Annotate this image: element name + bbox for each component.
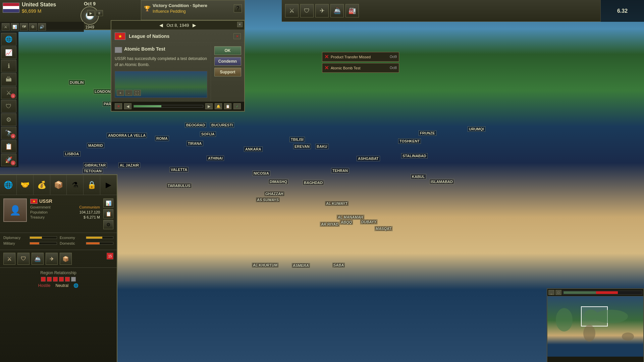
map-city-lisboa: LISBOA bbox=[64, 151, 80, 157]
globe-icon: 🌐 bbox=[4, 181, 13, 189]
map-city-ar-riyad: AR RIYAD bbox=[320, 222, 340, 227]
lon-flag: ★ bbox=[115, 33, 125, 40]
modal-footer-icon3[interactable]: ✓ bbox=[233, 103, 241, 109]
notif-date-1: Oct8 bbox=[390, 66, 397, 70]
advisor-flag: ★ bbox=[30, 199, 38, 204]
map-city-tehran: TEHRAN bbox=[331, 168, 349, 173]
toolbar-btn-4[interactable]: ⚙ bbox=[29, 23, 37, 31]
minimap-zoom-in[interactable]: + bbox=[549, 361, 552, 362]
resource-icon-4[interactable]: 🚢 bbox=[330, 4, 344, 17]
diplomacy-label: Diplomacy bbox=[3, 236, 27, 240]
date-display: Oct 9 bbox=[84, 1, 96, 6]
ok-button[interactable]: OK bbox=[214, 46, 241, 55]
minimap-world[interactable] bbox=[547, 296, 643, 357]
condemn-button[interactable]: Condemn bbox=[214, 57, 241, 66]
map-city-beograd: BEOGRAD bbox=[185, 122, 206, 128]
modal-date-bar: ◀ Oct 8, 1949 ▶ ✕ bbox=[111, 21, 244, 30]
action-count-1: 15 bbox=[107, 253, 113, 259]
minimap-zoom-out[interactable]: - bbox=[553, 361, 555, 362]
modal-close-btn[interactable]: ✕ bbox=[237, 22, 243, 27]
notif-close-0[interactable]: ✕ bbox=[324, 54, 329, 60]
map-full[interactable]: ⛶ bbox=[133, 90, 141, 96]
tab-trade[interactable]: 📦 bbox=[50, 175, 67, 195]
modal-prev-arrow[interactable]: ◀ bbox=[159, 22, 163, 28]
modal-footer-nav1[interactable]: ◀ bbox=[124, 103, 131, 109]
action-btn-1[interactable]: ⚔ bbox=[3, 253, 15, 265]
map-city-saba: SABA bbox=[332, 262, 345, 268]
modal-footer-icon[interactable]: 🔔 bbox=[215, 103, 222, 109]
side-icon-unit-2[interactable]: 🛡 bbox=[1, 100, 16, 113]
play-button[interactable]: ▶ bbox=[87, 10, 95, 16]
toolbar-btn-2[interactable]: 📊 bbox=[11, 23, 19, 31]
side-icon-chart[interactable]: 📈 bbox=[1, 46, 16, 59]
notif-item-0[interactable]: ✕ Product Transfer Missed Oct9 bbox=[322, 52, 399, 62]
modal-footer-nav2[interactable]: ▶ bbox=[205, 103, 213, 109]
victory-info-btn[interactable]: ? bbox=[234, 4, 242, 12]
pause-button[interactable]: ⏸ bbox=[96, 10, 103, 16]
resource-icon-1[interactable]: ⚔ bbox=[285, 4, 299, 17]
side-icon-terrain[interactable]: 🏔 bbox=[1, 73, 16, 86]
treasury-value: $ 6,271 M bbox=[84, 215, 100, 219]
toolbar-btn-3[interactable]: 🗺 bbox=[20, 23, 28, 31]
tab-research[interactable]: ⚗ bbox=[67, 175, 84, 195]
minimap-progress bbox=[562, 291, 642, 295]
modal-footer-close[interactable]: ✕ bbox=[115, 103, 122, 109]
advisor-btn-1[interactable]: 📊 bbox=[103, 198, 113, 208]
side-icon-map[interactable]: 🌐 bbox=[1, 33, 16, 46]
tab-globe[interactable]: 🌐 bbox=[0, 175, 17, 195]
map-city-london: LONDON bbox=[93, 89, 112, 94]
resource-icon-5[interactable]: 🏭 bbox=[345, 4, 359, 17]
side-icon-info[interactable]: ℹ bbox=[1, 60, 16, 72]
victory-title: Victory Condition · Sphere bbox=[153, 3, 207, 8]
action-btn-3[interactable]: 🚢 bbox=[32, 253, 44, 265]
notif-close-1[interactable]: ✕ bbox=[324, 65, 329, 71]
action-btn-5[interactable]: 📦 bbox=[60, 253, 72, 265]
map-city-kabul: KABUL bbox=[411, 174, 426, 179]
resource-icon-2[interactable]: 🛡 bbox=[300, 4, 314, 17]
country-name: United States bbox=[22, 2, 56, 8]
advisor-btn-2[interactable]: 📋 bbox=[103, 209, 113, 219]
tab-security[interactable]: 🔒 bbox=[84, 175, 100, 195]
minimap-svg bbox=[547, 296, 644, 357]
advisor-btn-3[interactable]: ⚙ bbox=[103, 220, 113, 229]
stats-panel: Diplomacy Economy Military Domestic bbox=[0, 233, 117, 250]
map-city-erevan: EREVAN bbox=[293, 144, 311, 149]
notif-item-1[interactable]: ✕ Atomic Bomb Test Oct8 bbox=[322, 63, 399, 73]
rel-dot-2 bbox=[47, 277, 52, 282]
globe-icon-small[interactable]: 🌐 bbox=[73, 283, 78, 288]
government-row: Government Communism bbox=[30, 205, 100, 209]
population-value: 104,117,120 bbox=[79, 210, 100, 214]
minimap-bar bbox=[564, 291, 618, 294]
support-button[interactable]: Support bbox=[214, 68, 241, 76]
map-city-ankara: ANKARA bbox=[244, 146, 263, 152]
tab-play[interactable]: ▶ bbox=[100, 175, 117, 195]
toolbar-btn-1[interactable]: ⚔ bbox=[2, 23, 10, 31]
modal-footer-icon2[interactable]: 📋 bbox=[224, 103, 231, 109]
map-city-roma: ROMA bbox=[155, 136, 169, 141]
rel-dot-5 bbox=[65, 277, 70, 282]
advisor-info: ★ USSR Government Communism Population 1… bbox=[30, 198, 100, 229]
lon-header-close[interactable]: ✕ bbox=[233, 33, 241, 39]
map-zoom-out[interactable]: - bbox=[125, 90, 132, 96]
minimap-close[interactable]: _ bbox=[548, 290, 554, 295]
tab-economy[interactable]: 💰 bbox=[34, 175, 50, 195]
population-label: Population bbox=[30, 210, 48, 214]
tab-diplomacy[interactable]: 🤝 bbox=[17, 175, 34, 195]
resource-icon-3[interactable]: ✈ bbox=[315, 4, 329, 17]
shield-icon: 🔒 bbox=[87, 181, 96, 189]
minimap-resize[interactable]: □ bbox=[555, 290, 561, 295]
modal-next-arrow[interactable]: ▶ bbox=[193, 22, 196, 28]
side-icon-unit-3[interactable]: 🔭 4 bbox=[1, 127, 16, 139]
map-zoom-in[interactable]: + bbox=[117, 90, 124, 96]
event-notifications: ✕ Product Transfer Missed Oct9 ✕ Atomic … bbox=[322, 52, 399, 74]
toolbar-btn-5[interactable]: 🔊 bbox=[38, 23, 46, 31]
modal-right-panel: OK Condemn Support bbox=[211, 43, 244, 101]
domestic-bar bbox=[86, 242, 113, 245]
side-icon-unit-4[interactable]: 📋 bbox=[1, 140, 16, 153]
side-icon-settings[interactable]: ⚙ bbox=[1, 113, 16, 126]
action-btn-2[interactable]: 🛡 bbox=[17, 253, 30, 265]
event-title: Atomic Bomb Test bbox=[124, 46, 165, 52]
side-icon-unit-5[interactable]: 🚀 1 bbox=[1, 154, 16, 166]
action-btn-4[interactable]: ✈ bbox=[46, 253, 58, 265]
side-icon-unit-1[interactable]: ⚔ 1 bbox=[1, 86, 16, 99]
